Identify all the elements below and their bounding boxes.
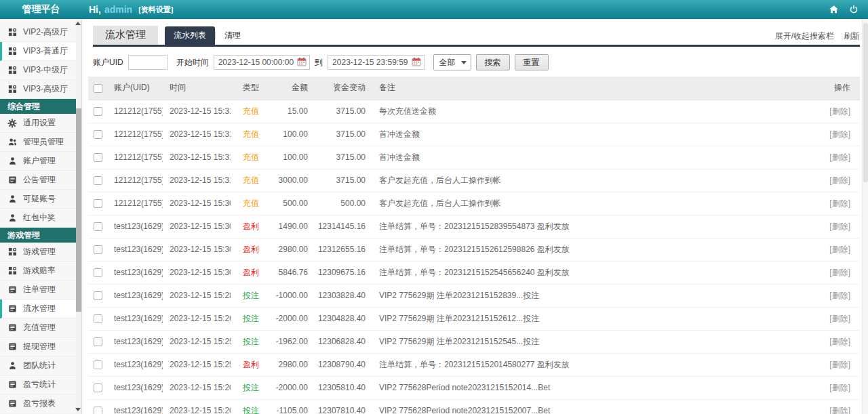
select-all-checkbox[interactable]	[94, 84, 102, 93]
sidebar-section-header: 游戏管理	[0, 228, 81, 243]
cell-checkbox	[88, 215, 108, 238]
calendar-icon[interactable]	[297, 57, 307, 68]
scroll-down-icon[interactable]	[75, 408, 81, 411]
row-checkbox[interactable]	[94, 222, 102, 231]
row-checkbox[interactable]	[94, 291, 102, 300]
sidebar-item[interactable]: 盈亏统计	[0, 375, 81, 394]
row-checkbox[interactable]	[94, 107, 102, 116]
doc-icon	[7, 323, 17, 332]
cell-checkbox	[88, 192, 108, 215]
delete-link[interactable]: [删除]	[829, 175, 850, 185]
row-checkbox[interactable]	[94, 337, 102, 346]
row-checkbox[interactable]	[94, 268, 102, 277]
cell-change: 3715.00	[313, 100, 370, 123]
delete-link[interactable]: [删除]	[829, 106, 850, 116]
sidebar-item[interactable]: 可疑账号	[0, 190, 81, 209]
gear-icon	[7, 119, 17, 128]
sidebar-item[interactable]: 账户管理	[0, 152, 81, 171]
delete-link[interactable]: [删除]	[829, 199, 850, 208]
to-label: 到	[315, 57, 323, 68]
row-checkbox[interactable]	[94, 314, 102, 323]
reset-button[interactable]: 重置	[515, 54, 549, 70]
col-header-action: 操作	[807, 77, 860, 100]
sidebar-scrollbar-thumb[interactable]	[76, 108, 81, 312]
sidebar-item[interactable]: 通用设置	[0, 114, 81, 133]
delete-link[interactable]: [删除]	[829, 337, 850, 346]
delete-link[interactable]: [删除]	[829, 222, 850, 231]
delete-link[interactable]: [删除]	[829, 406, 850, 414]
profile-settings-link[interactable]: [资料设置]	[138, 5, 173, 15]
delete-link[interactable]: [删除]	[829, 268, 850, 277]
type-badge: 投注	[243, 314, 259, 323]
sidebar-item[interactable]: 游戏赔率	[0, 262, 81, 281]
sidebar-item[interactable]: VIP3-普通厅	[0, 42, 81, 61]
cell-time: 2023-12-15 15:30:20	[163, 238, 231, 261]
delete-link[interactable]: [删除]	[829, 383, 850, 392]
sidebar-item[interactable]: VIP3-中级厅	[0, 61, 81, 80]
page-scrollbar[interactable]	[862, 19, 868, 414]
cell-amount: 100.00	[271, 123, 313, 146]
home-icon[interactable]	[829, 5, 839, 15]
table-row: 121212(1755)2023-12-15 15:31:35充值15.0037…	[88, 100, 860, 123]
cell-time: 2023-12-15 15:30:20	[163, 215, 231, 238]
cell-amount: -1962.00	[271, 330, 313, 353]
type-filter-value: 全部	[439, 57, 456, 68]
row-checkbox[interactable]	[94, 130, 102, 139]
type-badge: 充值	[243, 199, 259, 208]
row-checkbox[interactable]	[94, 176, 102, 185]
delete-link[interactable]: [删除]	[829, 152, 850, 162]
type-filter-select[interactable]: 全部	[433, 54, 471, 70]
sidebar-item[interactable]: 团队统计	[0, 356, 81, 375]
row-checkbox[interactable]	[94, 384, 102, 392]
tab-cleanup[interactable]: 清理	[216, 26, 250, 45]
sidebar-item[interactable]: 提现管理	[0, 337, 81, 356]
delete-link[interactable]: [删除]	[829, 314, 850, 323]
delete-link[interactable]: [删除]	[829, 360, 850, 369]
cell-amount: 2980.00	[271, 238, 313, 261]
sidebar-item[interactable]: 公告管理	[0, 171, 81, 190]
cell-change: 12314145.16	[313, 215, 370, 238]
scroll-up-icon[interactable]	[75, 22, 81, 25]
sidebar-item[interactable]: 盈亏报表	[0, 394, 81, 413]
sidebar-item[interactable]: 游戏管理	[0, 243, 81, 262]
power-icon[interactable]	[849, 5, 859, 14]
start-time-input[interactable]: 2023-12-15 00:00:00	[214, 55, 310, 70]
sidebar-item[interactable]: VIP3-高级厅	[0, 80, 81, 99]
cell-remark: VIP2 775629期 注单20231215152612...投注	[370, 307, 807, 330]
row-checkbox[interactable]	[94, 153, 102, 162]
sidebar-item[interactable]: 注单管理	[0, 281, 81, 299]
search-button[interactable]: 搜索	[476, 54, 510, 70]
toggle-search-link[interactable]: 展开/收起搜索栏	[775, 30, 834, 42]
tab-flow-list[interactable]: 流水列表	[165, 26, 215, 45]
refresh-link[interactable]: 刷新	[844, 30, 860, 42]
sidebar-scrollbar[interactable]	[76, 19, 81, 414]
sidebar-item[interactable]: VIP2-高级厅	[0, 23, 81, 42]
type-badge: 盈利	[243, 268, 259, 277]
sidebar-item[interactable]: 红包中奖	[0, 209, 81, 228]
cell-remark: 注单结算，单号：20231215152014580277 盈利发放	[370, 353, 807, 376]
delete-link[interactable]: [删除]	[829, 129, 850, 139]
row-checkbox[interactable]	[94, 199, 102, 208]
row-checkbox[interactable]	[94, 245, 102, 254]
type-badge: 投注	[243, 337, 259, 346]
sidebar-item-label: 注单管理	[23, 284, 56, 295]
cell-time: 2023-12-15 15:31:35	[163, 123, 231, 146]
user-icon	[7, 157, 17, 165]
sidebar-item[interactable]: 流水管理	[0, 299, 81, 318]
cell-time: 2023-12-15 15:20:07	[163, 399, 231, 414]
sidebar-item[interactable]: 管理员管理	[0, 133, 81, 152]
end-time-input[interactable]: 2023-12-15 23:59:59	[328, 55, 424, 70]
col-header-amount: 金额	[271, 77, 313, 100]
username: admin	[104, 4, 132, 15]
cell-remark: 注单结算，单号：20231215152545656240 盈利发放	[370, 261, 807, 284]
row-checkbox[interactable]	[94, 407, 102, 414]
sidebar-item[interactable]: 充值管理	[0, 318, 81, 337]
col-header-change: 资金变动	[313, 77, 370, 100]
delete-link[interactable]: [删除]	[829, 291, 850, 300]
calendar-icon[interactable]	[412, 57, 421, 68]
sidebar-item-label: 盈亏统计	[23, 379, 56, 390]
uid-input[interactable]	[128, 55, 167, 70]
page-scrollbar-thumb[interactable]	[863, 23, 868, 182]
row-checkbox[interactable]	[94, 360, 102, 369]
delete-link[interactable]: [删除]	[829, 245, 850, 254]
